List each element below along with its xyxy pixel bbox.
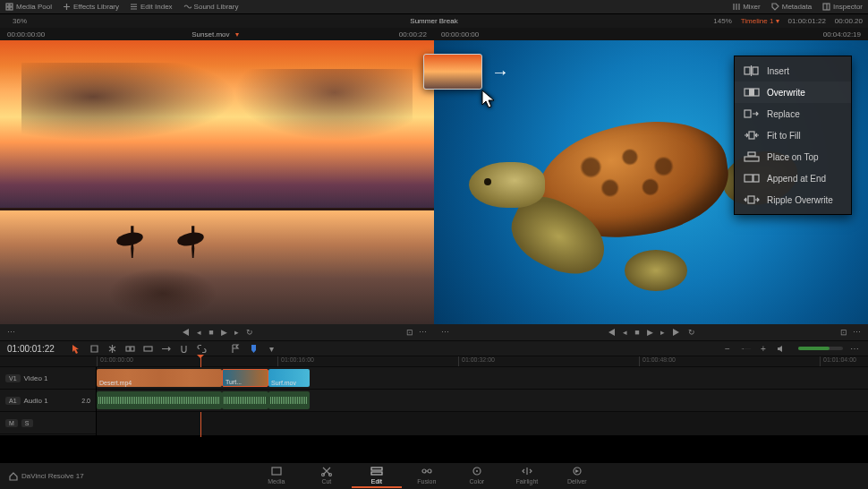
ruler-tick: 01:00:32:00 <box>458 356 495 366</box>
svg-point-29 <box>476 470 478 472</box>
overwrite-icon <box>744 86 760 99</box>
snap-tool[interactable] <box>178 342 191 355</box>
clip-title-bar: 00:00:00:00 Sunset.mov ▾ 00:00:22 00:00:… <box>0 28 868 40</box>
replace-tool[interactable] <box>160 342 173 355</box>
options-icon[interactable]: ⋯ <box>419 328 427 337</box>
stop-icon[interactable]: ■ <box>634 328 639 337</box>
transport-row: ⋯ ◂ ■ ▶ ▸ ↻ ⊡ ⋯ ⋯ ◂ ■ ▶ ▸ ↻ ⊡ ⋯ <box>0 324 868 340</box>
menu-append-at-end[interactable]: Append at End <box>735 167 851 189</box>
menubar-label: Sound Library <box>194 3 239 11</box>
color-page-icon <box>471 466 483 476</box>
flag-tool[interactable] <box>230 342 243 355</box>
ripple-overwrite-icon <box>744 193 760 206</box>
audio-clip[interactable] <box>222 391 268 409</box>
page-edit[interactable]: Edit <box>352 464 402 488</box>
timeline-timecode[interactable]: 01:00:01:22 <box>7 344 55 354</box>
menubar-edit-index[interactable]: Edit Index <box>124 3 178 11</box>
audio-clip[interactable] <box>97 391 222 409</box>
video-lane[interactable]: Desert.mp4 Turt... Surf.mov <box>97 367 868 390</box>
go-end-icon[interactable] <box>672 328 681 337</box>
prev-frame-icon[interactable]: ◂ <box>623 328 627 337</box>
zoom-in-icon[interactable]: + <box>757 342 770 355</box>
marker-tool[interactable] <box>248 342 260 355</box>
zoom-slider[interactable] <box>739 342 752 355</box>
page-deliver[interactable]: Deliver <box>552 464 602 488</box>
menu-insert[interactable]: Insert <box>735 60 851 82</box>
menubar-sound-library[interactable]: Sound Library <box>178 3 244 11</box>
audio-lane[interactable] <box>97 390 868 412</box>
match-frame-icon[interactable]: ⊡ <box>840 328 847 337</box>
page-fusion[interactable]: Fusion <box>402 464 452 488</box>
options-icon[interactable]: ⋯ <box>853 328 861 337</box>
menu-place-on-top[interactable]: Place on Top <box>735 146 851 167</box>
info-bar: 36% Summer Break 145% Timeline 1 ▾ 01:00… <box>0 14 868 28</box>
audio-track-controls[interactable]: M S <box>0 412 96 434</box>
app-brand[interactable]: DaVinci Resolve 17 <box>0 472 93 481</box>
go-start-icon[interactable] <box>181 328 190 337</box>
source-in-tc: 00:00:00:00 <box>7 30 70 39</box>
prev-frame-icon[interactable]: ◂ <box>197 328 201 337</box>
video-clip[interactable]: Surf.mov <box>268 369 310 387</box>
program-zoom[interactable]: 145% <box>713 17 731 25</box>
go-start-icon[interactable] <box>607 328 616 337</box>
play-icon[interactable]: ▶ <box>221 328 227 337</box>
dropdown-icon[interactable]: ⋯ <box>441 328 449 337</box>
timeline-ruler[interactable]: 01:00:00:00 01:00:16:00 01:00:32:00 01:0… <box>0 356 868 367</box>
mute-button[interactable]: M <box>5 419 18 427</box>
mute-icon[interactable]: ⋯ <box>848 342 861 355</box>
next-frame-icon[interactable]: ▸ <box>660 328 665 337</box>
source-clip-title[interactable]: Sunset.mov ▾ <box>70 30 364 39</box>
stop-icon[interactable]: ■ <box>208 328 213 337</box>
page-cut[interactable]: Cut <box>302 464 352 488</box>
zoom-out-icon[interactable]: − <box>721 342 734 355</box>
menubar-metadata[interactable]: Metadata <box>766 3 817 11</box>
video-clip[interactable]: Desert.mp4 <box>97 369 222 387</box>
volume-slider[interactable] <box>798 347 843 350</box>
source-viewer[interactable] <box>0 40 434 324</box>
menubar-mixer[interactable]: Mixer <box>727 3 766 11</box>
audio-clip[interactable] <box>268 391 310 409</box>
audio-channels: 2.0 <box>81 398 90 404</box>
audio-track-header[interactable]: A1 Audio 1 2.0 <box>0 390 96 412</box>
program-timecode: 01:00:01:22 <box>788 17 826 25</box>
insert-tool[interactable] <box>124 342 137 355</box>
menu-fit-to-fill[interactable]: Fit to Fill <box>735 124 851 146</box>
page-nav: DaVinci Resolve 17 Media Cut Edit Fusion… <box>0 462 868 489</box>
match-frame-icon[interactable]: ⊡ <box>406 328 413 337</box>
trim-tool[interactable] <box>89 342 101 355</box>
source-zoom[interactable]: 36% <box>5 17 34 25</box>
next-frame-icon[interactable]: ▸ <box>234 328 239 337</box>
dropdown-icon[interactable]: ⋯ <box>7 328 15 337</box>
svg-rect-5 <box>745 67 750 74</box>
video-clip-selected[interactable]: Turt... <box>222 369 268 387</box>
video-track-header[interactable]: V1 Video 1 <box>0 367 96 390</box>
solo-button[interactable]: S <box>21 419 33 427</box>
menubar-inspector[interactable]: Inspector <box>817 3 868 11</box>
track-id: A1 <box>5 397 21 405</box>
blade-tool[interactable] <box>106 342 119 355</box>
menu-ripple-overwrite[interactable]: Ripple Overwrite <box>735 189 851 210</box>
play-icon[interactable]: ▶ <box>647 328 653 337</box>
timeline-selector[interactable]: Timeline 1 ▾ <box>741 17 779 25</box>
svg-rect-2 <box>6 7 9 10</box>
speaker-icon[interactable] <box>775 342 787 355</box>
menu-overwrite[interactable]: Overwrite <box>735 82 851 103</box>
loop-icon[interactable]: ↻ <box>246 328 253 337</box>
page-media[interactable]: Media <box>251 464 302 488</box>
menubar-media-pool[interactable]: Media Pool <box>0 3 57 11</box>
menu-label: Insert <box>767 66 789 76</box>
link-tool[interactable] <box>196 342 208 355</box>
page-color[interactable]: Color <box>452 464 502 488</box>
menu-replace[interactable]: Replace <box>735 103 851 124</box>
marker-dropdown[interactable]: ▾ <box>266 342 278 355</box>
track-lanes[interactable]: Desert.mp4 Turt... Surf.mov <box>97 367 868 435</box>
loop-icon[interactable]: ↻ <box>688 328 695 337</box>
overwrite-tool[interactable] <box>142 342 155 355</box>
source-out-tc: 00:00:22 <box>364 30 427 39</box>
page-fairlight[interactable]: Fairlight <box>502 464 552 488</box>
menubar-effects-library[interactable]: Effects Library <box>57 3 124 11</box>
timeline-tracks: V1 Video 1 A1 Audio 1 2.0 M S Desert.mp4… <box>0 367 868 435</box>
fit-to-fill-icon <box>744 129 760 142</box>
selection-tool[interactable] <box>71 342 83 355</box>
svg-rect-9 <box>745 110 751 117</box>
